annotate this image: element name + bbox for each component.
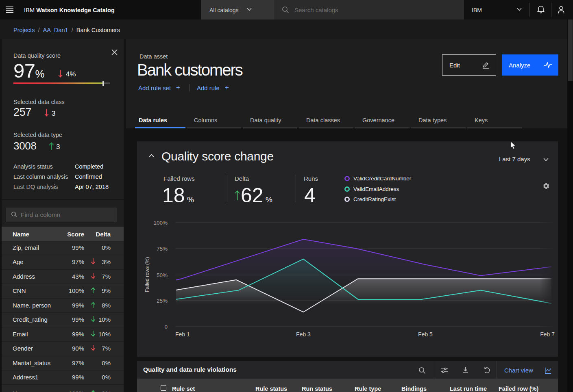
svg-text:Feb 1: Feb 1 [175, 331, 190, 338]
svg-text:Failed rows (%): Failed rows (%) [144, 257, 150, 292]
svg-text:50%: 50% [157, 272, 168, 278]
svg-text:100%: 100% [153, 220, 168, 226]
svg-text:0: 0 [164, 324, 168, 330]
svg-text:Feb 3: Feb 3 [296, 331, 311, 338]
svg-text:Feb 5: Feb 5 [418, 331, 433, 338]
svg-text:75%: 75% [157, 246, 168, 252]
svg-text:Feb 7: Feb 7 [540, 331, 555, 338]
svg-text:25%: 25% [157, 298, 168, 304]
